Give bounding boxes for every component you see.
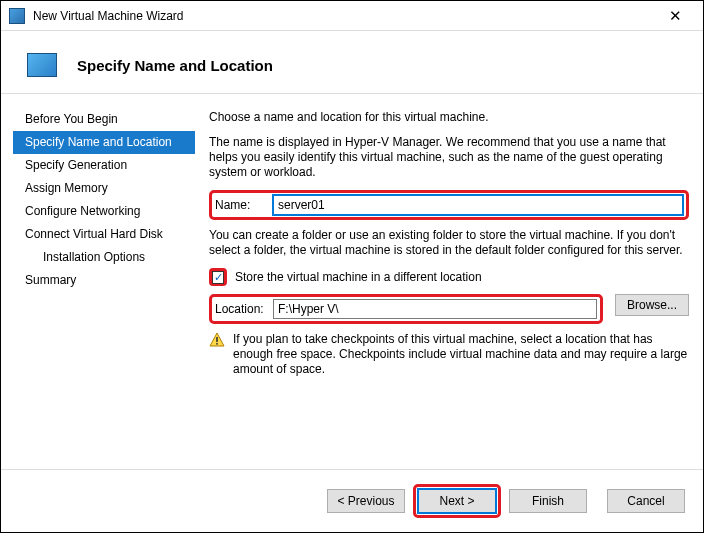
step-installation-options[interactable]: Installation Options xyxy=(7,246,201,269)
step-before-you-begin[interactable]: Before You Begin xyxy=(7,108,201,131)
name-hint-text: The name is displayed in Hyper-V Manager… xyxy=(209,135,689,180)
svg-rect-2 xyxy=(216,343,218,345)
step-specify-name-location[interactable]: Specify Name and Location xyxy=(13,131,195,154)
cancel-button[interactable]: Cancel xyxy=(607,489,685,513)
previous-button[interactable]: < Previous xyxy=(327,489,405,513)
wizard-icon xyxy=(27,53,57,77)
name-row-highlight: Name: xyxy=(209,190,689,220)
store-checkbox-row: ✓ Store the virtual machine in a differe… xyxy=(209,268,689,286)
step-configure-networking[interactable]: Configure Networking xyxy=(7,200,201,223)
warning-text: If you plan to take checkpoints of this … xyxy=(233,332,689,377)
location-row-highlight: Location: xyxy=(209,294,603,324)
warning-row: If you plan to take checkpoints of this … xyxy=(209,332,689,377)
finish-button[interactable]: Finish xyxy=(509,489,587,513)
app-icon xyxy=(9,8,25,24)
warning-icon xyxy=(209,332,225,348)
wizard-steps-sidebar: Before You Begin Specify Name and Locati… xyxy=(1,94,201,454)
titlebar: New Virtual Machine Wizard ✕ xyxy=(1,1,703,31)
step-assign-memory[interactable]: Assign Memory xyxy=(7,177,201,200)
next-button[interactable]: Next > xyxy=(418,489,496,513)
intro-text: Choose a name and location for this virt… xyxy=(209,110,689,125)
window-title: New Virtual Machine Wizard xyxy=(33,9,184,23)
step-specify-generation[interactable]: Specify Generation xyxy=(7,154,201,177)
step-summary[interactable]: Summary xyxy=(7,269,201,292)
name-input[interactable] xyxy=(273,195,683,215)
next-button-highlight: Next > xyxy=(413,484,501,518)
wizard-footer: < Previous Next > Finish Cancel xyxy=(1,469,703,532)
location-label: Location: xyxy=(215,302,265,317)
store-checkbox[interactable]: ✓ xyxy=(212,271,224,284)
close-button[interactable]: ✕ xyxy=(655,2,695,30)
store-checkbox-label[interactable]: Store the virtual machine in a different… xyxy=(235,270,482,285)
step-connect-vhd[interactable]: Connect Virtual Hard Disk xyxy=(7,223,201,246)
name-label: Name: xyxy=(215,198,265,213)
wizard-header: Specify Name and Location xyxy=(1,31,703,94)
location-input[interactable] xyxy=(273,299,597,319)
browse-button[interactable]: Browse... xyxy=(615,294,689,316)
svg-rect-1 xyxy=(216,337,218,342)
folder-hint-text: You can create a folder or use an existi… xyxy=(209,228,689,258)
wizard-content: Choose a name and location for this virt… xyxy=(201,94,703,454)
page-title: Specify Name and Location xyxy=(77,57,273,74)
store-checkbox-highlight: ✓ xyxy=(209,268,227,286)
